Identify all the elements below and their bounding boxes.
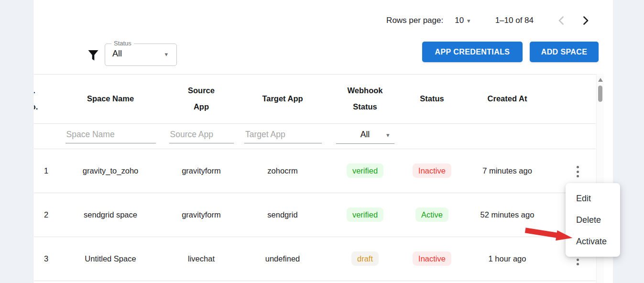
status-filter-label: Status xyxy=(111,40,134,47)
cell-source-app: gravityform xyxy=(158,149,244,193)
status-badge: Inactive xyxy=(413,163,451,178)
menu-item-edit[interactable]: Edit xyxy=(566,188,620,209)
cell-space-name: gravity_to_zoho xyxy=(63,149,158,193)
status-filter-select[interactable]: Status All ▾ xyxy=(105,44,177,66)
red-annotation-arrow xyxy=(525,228,575,249)
cell-sno: 2 xyxy=(34,193,63,237)
webhook-status-badge: draft xyxy=(351,251,379,266)
column-header-webhook-status[interactable]: Webhook Status xyxy=(321,75,409,123)
cell-space-name: Untitled Space xyxy=(63,237,158,281)
cell-target-app: undefined xyxy=(244,237,321,281)
table-row: 1 gravity_to_zoho gravityform zohocrm ve… xyxy=(34,149,596,193)
table-row: 3 Untitled Space livechat undefined draf… xyxy=(34,237,596,281)
column-header-actions xyxy=(560,75,596,123)
cell-target-app: sendgrid xyxy=(244,193,321,237)
filter-icon[interactable] xyxy=(87,48,99,63)
cell-created-at: 7 minutes ago xyxy=(455,149,560,193)
column-header-created-at[interactable]: Created At xyxy=(455,75,560,123)
webhook-status-filter-select[interactable]: All ▾ xyxy=(336,129,394,144)
add-space-button[interactable]: ADD SPACE xyxy=(530,42,599,62)
target-app-filter-input[interactable] xyxy=(244,129,322,143)
webhook-status-badge: verified xyxy=(347,163,383,178)
source-app-filter-input[interactable] xyxy=(169,129,234,143)
cell-sno: 3 xyxy=(34,237,63,281)
caret-down-icon: ▾ xyxy=(164,51,168,57)
status-badge: Inactive xyxy=(413,251,451,266)
cell-source-app: gravityform xyxy=(158,193,244,237)
column-header-source-app[interactable]: Source App xyxy=(158,75,244,123)
table-filter-row: All ▾ xyxy=(34,123,596,149)
webhook-status-filter-value: All xyxy=(360,130,370,140)
column-header-status[interactable]: Status xyxy=(409,75,455,123)
cell-source-app: livechat xyxy=(158,237,244,281)
column-header-space-name[interactable]: Space Name xyxy=(63,75,158,123)
pagination-range-label: 1–10 of 84 xyxy=(495,16,534,25)
space-name-filter-input[interactable] xyxy=(65,129,156,143)
status-badge: Active xyxy=(415,207,448,222)
webhook-status-badge: verified xyxy=(347,207,383,222)
cell-target-app: zohocrm xyxy=(244,149,321,193)
rows-per-page-label: Rows per page: xyxy=(386,16,443,25)
spaces-table: S. No. Space Name Source App Target App … xyxy=(34,74,596,283)
row-actions-kebab-icon[interactable] xyxy=(574,163,582,180)
table-header-row: S. No. Space Name Source App Target App … xyxy=(34,75,596,123)
next-page-button[interactable] xyxy=(578,12,594,29)
app-credentials-button[interactable]: APP CREDENTIALS xyxy=(422,42,523,62)
rows-per-page-value: 10 xyxy=(455,16,464,25)
caret-down-icon: ▾ xyxy=(386,132,390,138)
cell-sno: 1 xyxy=(34,149,63,193)
rows-per-page-select[interactable]: 10 ▾ xyxy=(455,16,470,25)
table-row: 2 sendgrid space gravityform sendgrid ve… xyxy=(34,193,596,237)
caret-down-icon: ▾ xyxy=(467,18,470,24)
cell-space-name: sendgrid space xyxy=(63,193,158,237)
column-header-target-app[interactable]: Target App xyxy=(244,75,321,123)
filter-cell-empty xyxy=(34,123,63,149)
status-filter-value: All xyxy=(112,49,122,59)
scrollbar-thumb[interactable] xyxy=(598,86,602,102)
pagination-bar: Rows per page: 10 ▾ 1–10 of 84 xyxy=(33,12,594,29)
column-header-sno: S. No. xyxy=(34,75,63,123)
scroll-up-arrow-icon[interactable] xyxy=(598,78,603,82)
previous-page-button[interactable] xyxy=(553,12,569,29)
